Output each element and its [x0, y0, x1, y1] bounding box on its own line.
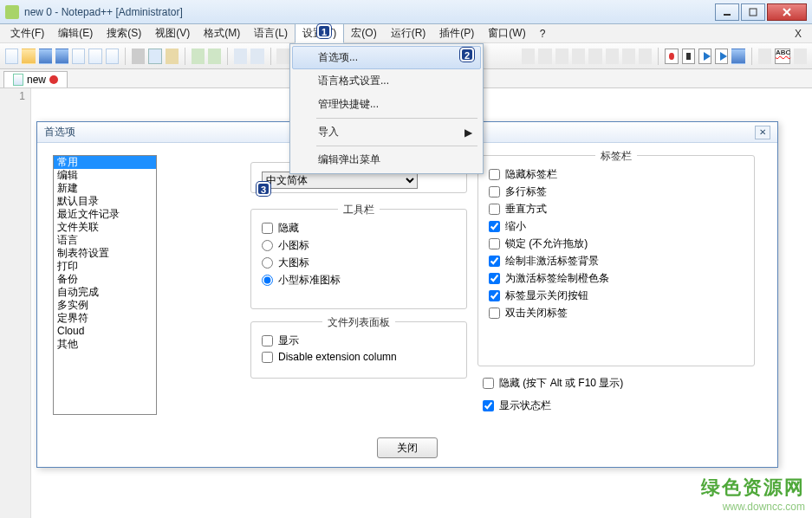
replace-icon[interactable] — [250, 49, 263, 64]
macro-play-multi-icon[interactable] — [715, 49, 728, 64]
macro-save-icon[interactable] — [731, 49, 744, 64]
category-item[interactable]: 语言 — [54, 234, 156, 247]
menubar-x[interactable]: X — [788, 28, 809, 40]
plugin-icon[interactable] — [794, 49, 807, 64]
hide-menu-checkbox[interactable]: 隐藏 (按下 Alt 或 F10 显示) — [483, 376, 623, 391]
menu-window[interactable]: 窗口(W) — [481, 24, 532, 42]
active-bar-checkbox[interactable]: 为激活标签绘制橙色条 — [489, 271, 744, 286]
user-lang-icon[interactable] — [606, 49, 619, 64]
line-gutter: 1 — [0, 88, 31, 518]
dialog-close-action-button[interactable]: 关闭 — [377, 437, 438, 458]
menu-help[interactable]: ? — [533, 26, 553, 42]
wrap-icon[interactable] — [555, 49, 568, 64]
category-item[interactable]: 常用 — [54, 156, 156, 169]
redo-icon[interactable] — [208, 49, 221, 64]
ui-language-select[interactable]: 中文简体 — [262, 172, 418, 189]
show-filelist-checkbox[interactable]: 显示 — [262, 333, 456, 348]
hide-toolbar-checkbox[interactable]: 隐藏 — [262, 221, 456, 236]
menu-view[interactable]: 视图(V) — [148, 24, 197, 42]
category-item[interactable]: 文件关联 — [54, 221, 156, 234]
category-item[interactable]: 备份 — [54, 273, 156, 286]
menu-separator — [316, 146, 477, 146]
group-label: 工具栏 — [338, 203, 380, 217]
doc-map-icon[interactable] — [622, 49, 635, 64]
large-icons-radio[interactable]: 大图标 — [262, 256, 456, 270]
menu-style-config[interactable]: 语言格式设置... — [292, 69, 481, 93]
std-icons-radio[interactable]: 小型标准图标 — [262, 273, 456, 288]
file-icon — [13, 74, 23, 86]
close-file-icon[interactable] — [72, 49, 85, 64]
find-icon[interactable] — [234, 49, 247, 64]
dialog-close-button[interactable]: ✕ — [755, 126, 770, 139]
close-button[interactable] — [767, 3, 807, 21]
lock-tabs-checkbox[interactable]: 锁定 (不允许拖放) — [489, 236, 744, 251]
macro-record-icon[interactable] — [665, 49, 678, 64]
category-item[interactable]: Cloud — [54, 325, 156, 338]
save-all-icon[interactable] — [55, 49, 68, 64]
menu-plugins[interactable]: 插件(P) — [432, 24, 481, 42]
category-item[interactable]: 最近文件记录 — [54, 208, 156, 221]
sync-v-icon[interactable] — [522, 49, 535, 64]
cut-icon[interactable] — [132, 49, 145, 64]
tabbar-group: 标签栏 隐藏标签栏 多行标签 垂直方式 缩小 锁定 (不允许拖放) 绘制非激活标… — [477, 155, 755, 366]
watermark-url: www.downcc.com — [701, 501, 805, 513]
macro-play-icon[interactable] — [698, 49, 711, 64]
hide-tabbar-checkbox[interactable]: 隐藏标签栏 — [489, 167, 744, 182]
category-item[interactable]: 自动完成 — [54, 286, 156, 299]
open-file-icon[interactable] — [22, 49, 35, 64]
dblclick-close-checkbox[interactable]: 双击关闭标签 — [489, 306, 744, 321]
paste-icon[interactable] — [166, 49, 179, 64]
show-statusbar-checkbox[interactable]: 显示状态栏 — [483, 398, 551, 413]
menu-edit-popup[interactable]: 编辑弹出菜单 — [292, 148, 481, 172]
show-all-icon[interactable] — [572, 49, 585, 64]
menu-search[interactable]: 搜索(S) — [100, 24, 148, 42]
category-item[interactable]: 编辑 — [54, 169, 156, 182]
submenu-arrow-icon: ▶ — [464, 126, 472, 139]
print-icon[interactable] — [106, 49, 119, 64]
spellcheck-icon[interactable]: ABC — [775, 49, 790, 64]
small-icons-radio[interactable]: 小图标 — [262, 238, 456, 253]
menu-run[interactable]: 运行(R) — [384, 24, 433, 42]
multiline-tabs-checkbox[interactable]: 多行标签 — [489, 185, 744, 199]
category-item[interactable]: 打印 — [54, 260, 156, 273]
menu-edit[interactable]: 编辑(E) — [51, 24, 100, 42]
indent-guide-icon[interactable] — [588, 49, 601, 64]
document-tab[interactable]: new — [3, 71, 68, 87]
category-item[interactable]: 定界符 — [54, 312, 156, 325]
menu-import[interactable]: 导入▶ — [292, 120, 481, 144]
close-all-icon[interactable] — [88, 49, 101, 64]
maximize-button[interactable] — [741, 3, 765, 21]
category-item[interactable]: 新建 — [54, 182, 156, 195]
zoom-in-icon[interactable] — [276, 49, 289, 64]
sync-h-icon[interactable] — [538, 49, 551, 64]
copy-icon[interactable] — [148, 49, 161, 64]
vertical-tabs-checkbox[interactable]: 垂直方式 — [489, 202, 744, 217]
category-item[interactable]: 默认目录 — [54, 195, 156, 208]
menu-preferences[interactable]: 首选项... — [292, 46, 481, 69]
small-tabs-checkbox[interactable]: 缩小 — [489, 219, 744, 234]
group-label: 标签栏 — [595, 149, 637, 164]
settings-dropdown: 首选项... 语言格式设置... 管理快捷键... 导入▶ 编辑弹出菜单 — [289, 43, 484, 174]
minimize-button[interactable] — [715, 3, 739, 21]
category-list[interactable]: 常用 编辑 新建 默认目录 最近文件记录 文件关联 语言 制表符设置 打印 备份… — [53, 155, 157, 415]
new-file-icon[interactable] — [5, 49, 18, 64]
category-item[interactable]: 制表符设置 — [54, 247, 156, 260]
undo-icon[interactable] — [192, 49, 205, 64]
menu-language[interactable]: 语言(L) — [247, 24, 295, 42]
menu-format[interactable]: 格式(M) — [197, 24, 247, 42]
separator — [185, 48, 185, 65]
func-list-icon[interactable] — [639, 49, 652, 64]
menu-macro[interactable]: 宏(O) — [344, 24, 383, 42]
disable-ext-checkbox[interactable]: Disable extension column — [262, 351, 456, 363]
save-icon[interactable] — [39, 49, 52, 64]
inactive-bg-checkbox[interactable]: 绘制非激活标签背景 — [489, 254, 744, 269]
monitor-icon[interactable] — [758, 49, 771, 64]
category-item[interactable]: 其他 — [54, 338, 156, 351]
macro-stop-icon[interactable] — [682, 49, 695, 64]
menu-file[interactable]: 文件(F) — [3, 24, 51, 42]
menu-shortcuts[interactable]: 管理快捷键... — [292, 93, 481, 116]
menu-separator — [316, 118, 477, 119]
category-item[interactable]: 多实例 — [54, 299, 156, 312]
close-btn-checkbox[interactable]: 标签显示关闭按钮 — [489, 288, 744, 303]
badge-1: 1 — [317, 24, 331, 38]
